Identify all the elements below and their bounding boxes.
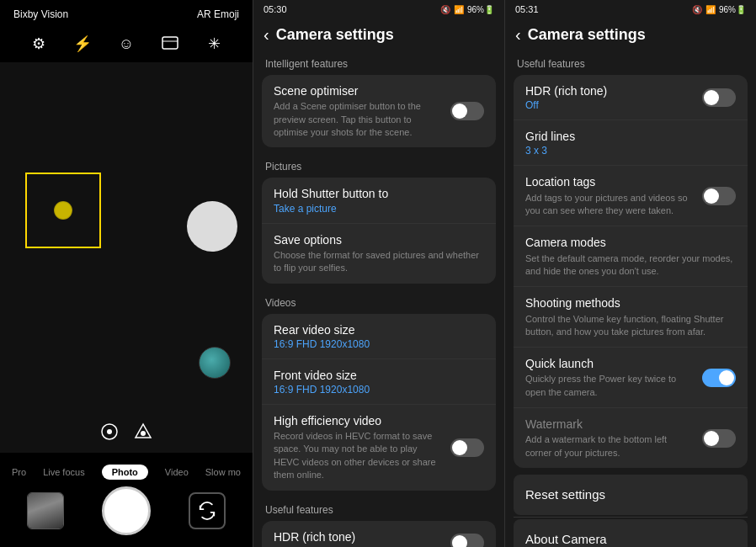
hdr-toggle-left[interactable] <box>450 534 484 547</box>
about-camera-label: About Camera <box>525 531 736 547</box>
hdr-item-left[interactable]: HDR (rich tone) Off <box>262 521 496 547</box>
back-button-right[interactable]: ‹ <box>515 25 521 45</box>
watermark-desc: Add a watermark to the bottom left corne… <box>525 433 695 459</box>
camera-icons-row: ⚙ ⚡ ☺ ✳ <box>0 25 253 62</box>
location-tags-toggle[interactable] <box>702 187 736 205</box>
watermark-text: Watermark Add a watermark to the bottom … <box>525 417 695 459</box>
grid-lines-name: Grid lines <box>525 129 736 144</box>
high-efficiency-toggle[interactable] <box>450 438 484 457</box>
flash-icon[interactable]: ⚡ <box>67 29 98 59</box>
camera-top-bar: Bixby Vision AR Emoji <box>0 0 253 25</box>
status-time-left: 05:30 <box>264 4 287 14</box>
settings-header-left: ‹ Camera settings <box>253 19 504 50</box>
svg-rect-0 <box>162 37 178 49</box>
status-icons-left: 🔇 📶 96%🔋 <box>440 5 494 14</box>
mode-row: Pro Live focus Photo Video Slow mo <box>0 459 253 481</box>
save-options-text: Save options Choose the format for saved… <box>274 232 484 275</box>
location-tags-name: Location tags <box>525 174 695 189</box>
quick-launch-name: Quick launch <box>525 356 695 371</box>
scene-optimiser-name: Scene optimiser <box>274 83 444 98</box>
mode-video[interactable]: Video <box>165 467 189 477</box>
camera-modes-item[interactable]: Camera modes Set the default camera mode… <box>514 226 748 287</box>
scene-optimiser-text: Scene optimiser Add a Scene optimiser bu… <box>274 83 444 139</box>
quick-launch-text: Quick launch Quickly press the Power key… <box>525 356 695 399</box>
front-video-value: 16:9 FHD 1920x1080 <box>274 384 484 396</box>
ar-emoji-label[interactable]: AR Emoji <box>197 8 239 20</box>
shooting-methods-desc: Control the Volume key function, floatin… <box>525 313 736 339</box>
status-bar-right: 05:31 🔇 📶 96%🔋 <box>505 0 756 19</box>
settings-title-right: Camera settings <box>528 26 646 44</box>
high-efficiency-text: High efficiency video Record videos in H… <box>274 413 444 482</box>
settings-icon[interactable]: ⚙ <box>24 29 54 59</box>
filter-icon-1[interactable] <box>99 422 120 446</box>
intelligent-card: Scene optimiser Add a Scene optimiser bu… <box>262 75 496 147</box>
focus-dot <box>54 201 72 220</box>
side-shutter[interactable] <box>187 201 237 252</box>
settings-scroll-left[interactable]: Intelligent features Scene optimiser Add… <box>253 50 504 547</box>
useful-card-left: HDR (rich tone) Off <box>262 521 496 547</box>
mode-live-focus[interactable]: Live focus <box>43 467 85 477</box>
grid-lines-text: Grid lines 3 x 3 <box>525 129 736 157</box>
teal-mode-button[interactable] <box>199 347 231 379</box>
back-button-left[interactable]: ‹ <box>264 25 269 45</box>
camera-panel: Bixby Vision AR Emoji ⚙ ⚡ ☺ ✳ Pro Live <box>0 0 253 547</box>
face-icon[interactable]: ☺ <box>111 29 141 59</box>
save-options-desc: Choose the format for saved pictures and… <box>274 249 484 275</box>
location-tags-item[interactable]: Location tags Add tags to your pictures … <box>514 166 748 226</box>
front-video-item[interactable]: Front video size 16:9 FHD 1920x1080 <box>262 359 496 405</box>
hdr-text-left: HDR (rich tone) Off <box>274 529 444 547</box>
useful-features-card: HDR (rich tone) Off Grid lines 3 x 3 Loc… <box>514 75 748 468</box>
location-tags-text: Location tags Add tags to your pictures … <box>525 174 695 217</box>
section-videos: Videos <box>253 289 504 312</box>
scene-optimiser-toggle[interactable] <box>450 102 484 120</box>
watermark-name: Watermark <box>525 417 695 432</box>
svg-point-3 <box>107 429 112 434</box>
rear-video-text: Rear video size 16:9 FHD 1920x1080 <box>274 322 484 350</box>
bixby-vision-label[interactable]: Bixby Vision <box>13 8 68 20</box>
watermark-item[interactable]: Watermark Add a watermark to the bottom … <box>514 408 748 468</box>
front-video-name: Front video size <box>274 368 484 383</box>
grid-lines-item[interactable]: Grid lines 3 x 3 <box>514 120 748 166</box>
hold-shutter-item[interactable]: Hold Shutter button to Take a picture <box>262 178 496 223</box>
save-options-item[interactable]: Save options Choose the format for saved… <box>262 224 496 284</box>
hdr-toggle-right[interactable] <box>702 88 736 107</box>
hdr-item-right[interactable]: HDR (rich tone) Off <box>514 75 748 120</box>
effects-icon[interactable]: ✳ <box>199 29 229 59</box>
camera-bottom-row <box>0 481 253 544</box>
mode-pro[interactable]: Pro <box>12 467 26 477</box>
ratio-icon[interactable] <box>155 29 185 59</box>
camera-modes-text: Camera modes Set the default camera mode… <box>525 235 736 278</box>
section-pictures: Pictures <box>253 152 504 176</box>
mute-icon-right: 🔇 <box>692 5 702 14</box>
scene-optimiser-item[interactable]: Scene optimiser Add a Scene optimiser bu… <box>262 75 496 147</box>
camera-modes-name: Camera modes <box>525 235 736 250</box>
watermark-toggle[interactable] <box>702 429 736 448</box>
location-tags-desc: Add tags to your pictures and videos so … <box>525 192 695 218</box>
rear-video-value: 16:9 FHD 1920x1080 <box>274 338 484 350</box>
shutter-button[interactable] <box>102 486 151 535</box>
gallery-thumbnail[interactable] <box>27 492 64 529</box>
settings-title-left: Camera settings <box>276 26 394 44</box>
svg-point-4 <box>141 431 146 436</box>
mute-icon: 🔇 <box>440 5 450 14</box>
rear-video-item[interactable]: Rear video size 16:9 FHD 1920x1080 <box>262 314 496 359</box>
reset-settings-item[interactable]: Reset settings <box>514 475 748 515</box>
hdr-value-right: Off <box>525 99 695 111</box>
actions-divider <box>514 517 748 518</box>
settings-scroll-right[interactable]: Useful features HDR (rich tone) Off Grid… <box>505 50 756 547</box>
quick-launch-item[interactable]: Quick launch Quickly press the Power key… <box>514 348 748 408</box>
camera-bottom-controls: Pro Live focus Photo Video Slow mo <box>0 453 253 547</box>
shooting-methods-item[interactable]: Shooting methods Control the Volume key … <box>514 287 748 348</box>
high-efficiency-item[interactable]: High efficiency video Record videos in H… <box>262 405 496 491</box>
about-camera-item[interactable]: About Camera <box>514 519 748 547</box>
scene-optimiser-desc: Add a Scene optimiser button to the prev… <box>274 100 444 139</box>
flip-camera-icon[interactable] <box>189 492 226 529</box>
mode-slow-mo[interactable]: Slow mo <box>205 467 241 477</box>
hdr-name-right: HDR (rich tone) <box>525 83 695 98</box>
quick-launch-toggle[interactable] <box>702 369 736 387</box>
mode-photo[interactable]: Photo <box>102 465 148 480</box>
filter-icon-2[interactable] <box>133 422 153 446</box>
reset-settings-label: Reset settings <box>525 486 736 503</box>
settings-panel-right: 05:31 🔇 📶 96%🔋 ‹ Camera settings Useful … <box>504 0 756 547</box>
section-useful-right: Useful features <box>505 50 756 73</box>
